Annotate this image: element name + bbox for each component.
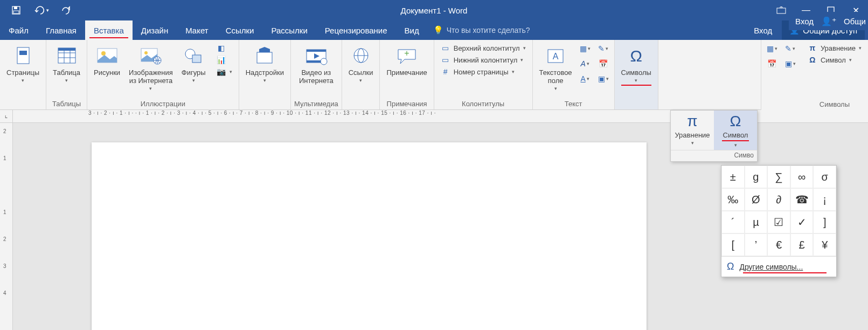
popup-symbol-button[interactable]: Ω Символ ▾ — [714, 111, 757, 150]
sym-cell[interactable]: € — [767, 233, 790, 256]
sym-cell[interactable]: ‰ — [721, 188, 745, 211]
object-button[interactable]: ▣▾ — [596, 72, 611, 85]
omega-icon-popup: Ω — [730, 114, 741, 129]
sym-cell[interactable]: σ — [813, 166, 836, 188]
sym-cell[interactable]: ± — [721, 166, 745, 188]
smartart-button[interactable]: ◧ — [213, 42, 235, 54]
datetime-button[interactable]: 📅 — [596, 57, 611, 70]
smartart-icon: ◧ — [217, 43, 226, 53]
online-pictures-label: Изображения из Интернета — [129, 69, 173, 85]
undo-button[interactable]: ▾ — [30, 2, 52, 18]
illustrations-small-buttons: ◧ 📊 📷▾ — [213, 42, 235, 78]
save-button[interactable] — [5, 2, 27, 18]
tab-file[interactable]: Файл — [0, 20, 37, 40]
group-symbols-2: πУравнение▾ ΩСимвол▾ Символы — [801, 40, 868, 110]
tab-layout[interactable]: Макет — [177, 20, 217, 40]
sym-cell[interactable]: ☎ — [790, 188, 814, 211]
group-tables: Таблица ▾ Таблицы — [46, 40, 87, 109]
tab-insert[interactable]: Вставка — [85, 20, 133, 40]
symbol-grid: ± g ∑ ∞ σ ‰ Ø ∂ ☎ ¡ ´ µ ☑ ✓ ] [ ’ € £ ¥ — [721, 166, 836, 256]
sym-cell[interactable]: [ — [721, 233, 745, 256]
pages-label: Страницы — [6, 69, 39, 77]
addins-button[interactable]: Надстройки ▾ — [242, 42, 287, 85]
sym-cell[interactable]: ¡ — [813, 188, 836, 211]
tab-home[interactable]: Главная — [37, 20, 85, 40]
wordart-button[interactable]: A▾ — [578, 57, 593, 70]
comment-icon: + — [395, 44, 419, 68]
online-video-icon — [304, 44, 328, 68]
comment-label: Примечание — [386, 69, 427, 77]
redo-icon — [60, 5, 71, 15]
sym-cell[interactable]: ✓ — [790, 211, 814, 233]
frag-btn-1[interactable]: ▦▾ — [765, 42, 780, 55]
pictures-button[interactable]: Рисунки — [91, 42, 123, 79]
svg-rect-2 — [13, 11, 19, 13]
popup-equation-button[interactable]: π Уравнение ▾ — [671, 111, 714, 150]
screenshot-icon: 📷 — [217, 67, 226, 77]
tab-view[interactable]: Вид — [396, 20, 428, 40]
links-icon — [349, 44, 373, 68]
online-pictures-button[interactable]: Изображения из Интернета ▾ — [126, 42, 176, 93]
login-button[interactable]: Вход — [746, 20, 780, 40]
signature-button[interactable]: ✎▾ — [596, 42, 611, 55]
sym-cell[interactable]: ´ — [721, 211, 745, 233]
header-footer-buttons: ▭Верхний колонтитул▾ ▭Нижний колонтитул▾… — [438, 42, 529, 78]
pictures-icon — [95, 44, 119, 68]
links-button[interactable]: Ссылки ▾ — [345, 42, 377, 85]
sym-cell[interactable]: ¥ — [813, 233, 836, 256]
tab-design[interactable]: Дизайн — [133, 20, 177, 40]
svg-point-14 — [101, 51, 106, 56]
shapes-button[interactable]: Фигуры ▾ — [178, 42, 209, 85]
sym-cell[interactable]: ’ — [745, 233, 768, 256]
page-number-button[interactable]: #Номер страницы▾ — [438, 66, 529, 78]
textbox-button[interactable]: A Текстовое поле ▾ — [536, 42, 575, 93]
table-button[interactable]: Таблица ▾ — [50, 42, 84, 85]
textbox-icon: A — [544, 44, 567, 68]
svg-rect-1 — [14, 6, 17, 9]
share-label-2[interactable]: Общи — [844, 17, 866, 26]
pages-icon — [11, 44, 35, 68]
symbols-button[interactable]: Ω Символы ▾ — [618, 42, 655, 88]
svg-rect-19 — [192, 55, 201, 63]
tab-mailings[interactable]: Рассылки — [262, 20, 316, 40]
more-symbols-label: Другие символы... — [739, 263, 803, 271]
vertical-ruler[interactable]: 2 1 1 2 3 4 — [0, 123, 13, 330]
redo-button[interactable] — [55, 2, 77, 18]
online-video-button[interactable]: Видео из Интернета — [296, 42, 337, 87]
tell-me-placeholder: Что вы хотите сделать? — [447, 26, 530, 35]
frag-btn-2[interactable]: ✎▾ — [783, 42, 798, 55]
screenshot-button[interactable]: 📷▾ — [213, 66, 235, 78]
tell-me-search[interactable]: 💡 Что вы хотите сделать? — [433, 20, 530, 40]
footer-button[interactable]: ▭Нижний колонтитул▾ — [438, 54, 529, 66]
sym-cell[interactable]: g — [745, 166, 768, 188]
quickparts-button[interactable]: ▦▾ — [578, 42, 593, 55]
sym-cell[interactable]: £ — [790, 233, 814, 256]
chart-button[interactable]: 📊 — [213, 54, 235, 66]
sym-cell[interactable]: ∞ — [790, 166, 814, 188]
equation-button-2[interactable]: πУравнение▾ — [804, 42, 865, 54]
header-button[interactable]: ▭Верхний колонтитул▾ — [438, 42, 529, 54]
group-text-label: Текст — [565, 99, 582, 108]
pages-button[interactable]: Страницы ▾ — [3, 42, 43, 85]
frag-btn-4[interactable]: ▣▾ — [783, 57, 798, 70]
sym-cell[interactable]: Ø — [745, 188, 768, 211]
svg-text:A: A — [553, 52, 559, 61]
comment-button[interactable]: + Примечание — [383, 42, 430, 79]
tab-references[interactable]: Ссылки — [217, 20, 263, 40]
tab-review[interactable]: Рецензирование — [316, 20, 396, 40]
symbol-button-2[interactable]: ΩСимвол▾ — [804, 54, 865, 66]
addins-label: Надстройки — [246, 69, 284, 77]
sym-cell[interactable]: ∂ — [767, 188, 790, 211]
frag-btn-3[interactable]: 📅 — [765, 57, 780, 70]
sym-cell[interactable]: ∑ — [767, 166, 790, 188]
login-label-2[interactable]: Вход — [795, 17, 814, 26]
sym-cell[interactable]: ] — [813, 211, 836, 233]
dropcap-button[interactable]: A▾ — [578, 72, 593, 85]
share-icon-2: 👤⁺ — [821, 16, 836, 26]
sym-cell[interactable]: ☑ — [767, 211, 790, 233]
group-header-footer-label: Колонтитулы — [462, 99, 504, 108]
sym-cell[interactable]: µ — [745, 211, 768, 233]
more-symbols-button[interactable]: Ω Другие символы... — [721, 256, 836, 277]
document-page[interactable] — [92, 142, 647, 330]
symbols-label: Символы — [621, 69, 651, 77]
